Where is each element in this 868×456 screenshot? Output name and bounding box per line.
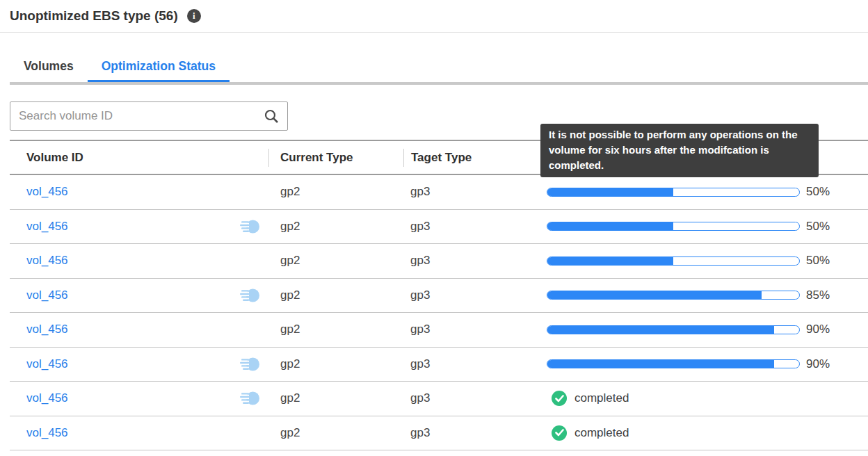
col-header-target-type: Taget Type — [403, 149, 541, 167]
volume-id-link[interactable]: vol_456 — [26, 220, 68, 234]
progress-bar-fill — [547, 188, 673, 196]
progress-bar — [547, 188, 800, 197]
progress-percent-label: 85% — [806, 288, 830, 302]
volume-id-link[interactable]: vol_456 — [26, 357, 68, 371]
modification-status-cell: 50% — [541, 220, 868, 234]
progress-bar — [547, 359, 800, 368]
page-title: Unoptimized EBS type (56) — [10, 8, 178, 24]
progress-percent-label: 50% — [806, 254, 830, 268]
volume-id-cell: vol_456 — [10, 356, 268, 373]
modification-status-cell: 50% — [541, 185, 868, 199]
search-box[interactable] — [10, 101, 288, 131]
current-type-cell: gp2 — [268, 426, 403, 440]
col-header-volume-id: Volume ID — [10, 149, 268, 167]
completed-status: completed — [547, 391, 629, 406]
progress-bar-fill — [547, 360, 774, 368]
completed-status: completed — [547, 425, 629, 441]
progress-bar — [547, 256, 800, 266]
progress-percent-label: 50% — [806, 185, 830, 199]
modification-status-cell: completed — [541, 425, 868, 441]
page-header: Unoptimized EBS type (56) i — [0, 0, 868, 33]
fast-snapshot-restore-icon — [239, 287, 260, 304]
progress-bar-fill — [547, 222, 673, 230]
tab-volumes[interactable]: Volumes — [10, 52, 88, 82]
volume-id-cell: vol_456 — [10, 218, 268, 235]
volume-id-link[interactable]: vol_456 — [26, 391, 68, 405]
table-body: vol_456 gp2 gp3 50% vol_456 — [10, 175, 868, 450]
tabs-divider — [10, 82, 868, 85]
target-type-cell: gp3 — [403, 357, 541, 371]
table-row: vol_456 gp2 gp3 50% — [10, 244, 868, 279]
col-header-current-type: Current Type — [268, 149, 403, 167]
progress-bar — [547, 291, 800, 300]
completed-label: completed — [574, 426, 629, 440]
progress-bar-fill — [547, 257, 673, 265]
table-row: vol_456 gp2 gp3 90% — [10, 348, 868, 382]
volume-id-cell: vol_456 — [10, 390, 268, 407]
current-type-cell: gp2 — [268, 391, 403, 405]
progress-percent-label: 50% — [806, 220, 830, 234]
target-type-cell: gp3 — [403, 426, 541, 440]
check-circle-icon — [552, 391, 567, 406]
search-input[interactable] — [19, 109, 264, 123]
modification-status-cell: 50% — [541, 254, 868, 268]
table-row: vol_456 gp2 gp3 90% — [10, 313, 868, 348]
current-type-cell: gp2 — [268, 185, 403, 199]
progress-percent-label: 90% — [806, 323, 830, 336]
progress-bar-fill — [547, 291, 762, 299]
volume-id-cell: vol_456 — [10, 287, 268, 304]
volume-id-link[interactable]: vol_456 — [26, 323, 68, 336]
volume-id-cell: vol_456 — [10, 184, 268, 200]
table-row: vol_456 gp2 gp3 — [10, 382, 868, 416]
check-circle-icon — [552, 425, 567, 441]
fast-snapshot-restore-icon — [239, 356, 260, 373]
target-type-cell: gp3 — [403, 391, 541, 405]
target-type-cell: gp3 — [403, 254, 541, 268]
modification-status-cell: 85% — [541, 288, 868, 302]
tabs-row: Volumes Optimization Status — [0, 52, 868, 85]
target-type-cell: gp3 — [403, 288, 541, 302]
progress-bar-fill — [547, 326, 774, 334]
current-type-cell: gp2 — [268, 288, 403, 302]
tab-optimization-status[interactable]: Optimization Status — [88, 52, 230, 82]
current-type-cell: gp2 — [268, 220, 403, 234]
fast-snapshot-restore-icon — [239, 390, 260, 407]
table-row: vol_456 gp2 gp3 50% — [10, 210, 868, 245]
volume-id-cell: vol_456 — [10, 252, 268, 269]
modification-status-cell: completed — [541, 391, 868, 406]
table-row: vol_456 gp2 gp3 50% — [10, 175, 868, 210]
target-type-cell: gp3 — [403, 185, 541, 199]
progress-percent-label: 90% — [806, 357, 830, 371]
table-row: vol_456 gp2 gp3 85% — [10, 279, 868, 314]
volume-id-link[interactable]: vol_456 — [26, 288, 68, 302]
modification-status-cell: 90% — [541, 357, 868, 371]
volume-id-link[interactable]: vol_456 — [26, 254, 68, 268]
title-info-icon[interactable]: i — [187, 9, 201, 23]
target-type-cell: gp3 — [403, 220, 541, 234]
volume-id-cell: vol_456 — [10, 425, 268, 441]
progress-bar — [547, 222, 800, 231]
progress-bar — [547, 325, 800, 334]
volume-id-link[interactable]: vol_456 — [26, 185, 68, 199]
modification-status-cell: 90% — [541, 323, 868, 336]
current-type-cell: gp2 — [268, 254, 403, 268]
current-type-cell: gp2 — [268, 357, 403, 371]
fast-snapshot-restore-icon — [239, 218, 260, 235]
target-type-cell: gp3 — [403, 323, 541, 336]
search-icon[interactable] — [264, 109, 279, 124]
volume-id-link[interactable]: vol_456 — [26, 426, 68, 440]
current-type-cell: gp2 — [268, 323, 403, 336]
completed-label: completed — [574, 391, 629, 405]
volumes-table: Volume ID Current Type Taget Type Modifi… — [10, 140, 868, 450]
volume-id-cell: vol_456 — [10, 321, 268, 338]
table-row: vol_456 gp2 gp3 — [10, 416, 868, 451]
modification-status-tooltip: It is not possible to perform any operat… — [540, 124, 819, 177]
